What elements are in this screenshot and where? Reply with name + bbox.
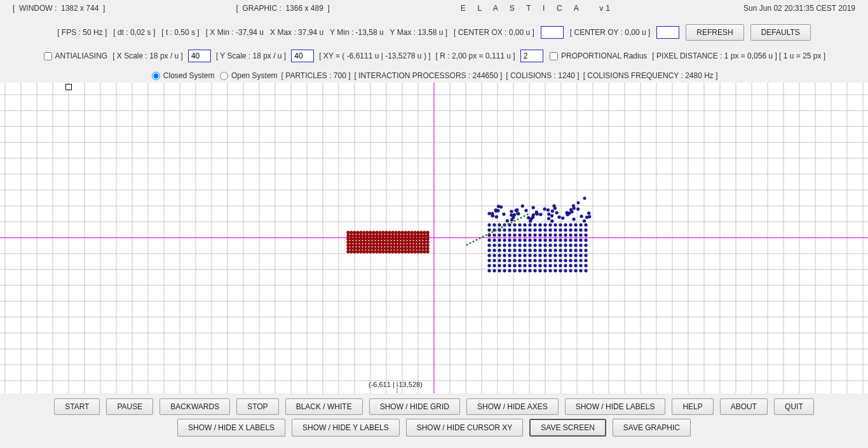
svg-point-367 [524, 234, 527, 237]
backwards-button[interactable]: BACKWARDS [159, 398, 230, 415]
svg-point-507 [524, 269, 527, 273]
savescreen-button[interactable]: SAVE SCREEN [529, 419, 606, 437]
svg-point-450 [539, 254, 542, 257]
svg-point-102 [423, 231, 426, 234]
svg-point-154 [423, 238, 426, 241]
svg-point-219 [382, 247, 385, 250]
proportional-checkbox[interactable] [550, 52, 558, 60]
open-radio[interactable] [220, 72, 228, 80]
svg-point-320 [488, 224, 491, 227]
svg-point-386 [519, 239, 522, 242]
simulation-canvas[interactable]: (-6,611 | -13,528) [0, 83, 868, 393]
svg-point-186 [360, 244, 363, 247]
svg-point-518 [580, 269, 583, 273]
svg-point-169 [388, 241, 391, 244]
svg-point-245 [382, 250, 385, 254]
grid-button[interactable]: SHOW / HIDE GRID [369, 398, 460, 415]
svg-point-389 [534, 239, 537, 242]
axes-button[interactable]: SHOW / HIDE AXES [466, 398, 559, 415]
r-input[interactable] [520, 50, 543, 62]
svg-point-111 [369, 234, 372, 238]
svg-point-139 [376, 238, 379, 241]
svg-point-397 [574, 239, 578, 242]
svg-point-420 [488, 249, 491, 252]
svg-point-244 [379, 250, 382, 254]
svg-point-298 [580, 215, 583, 218]
svg-point-351 [544, 229, 547, 232]
cursorxy-button[interactable]: SHOW / HIDE CURSOR XY [406, 419, 524, 437]
savegraphic-button[interactable]: SAVE GRAPHIC [613, 419, 691, 437]
svg-point-406 [519, 244, 522, 247]
svg-point-345 [513, 229, 517, 232]
svg-point-381 [493, 239, 496, 242]
svg-point-537 [514, 220, 516, 222]
svg-point-259 [426, 250, 430, 254]
quit-button[interactable]: QUIT [774, 398, 814, 415]
labels-button[interactable]: SHOW / HIDE LABELS [565, 398, 666, 415]
svg-point-409 [534, 244, 537, 247]
yscale-input[interactable] [291, 50, 314, 62]
svg-point-334 [559, 224, 562, 227]
ylabels-button[interactable]: SHOW / HIDE Y LABELS [292, 419, 400, 437]
centeroy-input[interactable] [656, 26, 679, 39]
svg-point-455 [564, 254, 567, 257]
svg-point-466 [519, 259, 522, 262]
svg-point-290 [536, 213, 539, 216]
svg-point-470 [539, 259, 542, 262]
xscale-input[interactable] [188, 50, 211, 62]
closed-radio[interactable] [152, 72, 160, 80]
graphic-dim-label: [ GRAPHIC : 1366 x 489 ] [236, 4, 329, 13]
svg-point-162 [366, 241, 369, 244]
svg-point-167 [382, 241, 385, 244]
svg-point-224 [398, 247, 401, 250]
svg-point-193 [382, 244, 385, 247]
open-radio-wrap[interactable]: Open System [219, 71, 278, 80]
svg-point-395 [564, 239, 567, 242]
svg-point-336 [569, 224, 573, 227]
svg-point-474 [559, 259, 562, 262]
svg-point-291 [546, 208, 550, 212]
svg-point-491 [544, 264, 547, 268]
start-button[interactable]: START [54, 398, 100, 415]
antialias-checkbox-wrap[interactable]: ANTIALIASING [43, 51, 107, 60]
about-button[interactable]: ABOUT [720, 398, 768, 415]
svg-point-348 [529, 229, 532, 232]
svg-point-333 [554, 224, 557, 227]
svg-point-81 [356, 231, 360, 234]
svg-point-361 [493, 234, 496, 237]
help-button[interactable]: HELP [672, 398, 713, 415]
svg-point-93 [395, 231, 398, 234]
stop-button[interactable]: STOP [236, 398, 278, 415]
antialias-checkbox[interactable] [44, 52, 52, 60]
svg-point-502 [498, 269, 501, 273]
svg-point-375 [564, 234, 567, 237]
svg-point-201 [407, 244, 410, 247]
svg-point-441 [493, 254, 496, 257]
xlabels-button[interactable]: SHOW / HIDE X LABELS [177, 419, 285, 437]
svg-point-223 [395, 247, 398, 250]
svg-point-435 [564, 249, 567, 252]
svg-point-380 [488, 239, 491, 242]
svg-point-413 [554, 244, 557, 247]
svg-point-442 [498, 254, 501, 257]
svg-point-531 [495, 229, 497, 231]
svg-point-468 [529, 259, 532, 262]
closed-radio-wrap[interactable]: Closed System [151, 71, 215, 80]
svg-point-159 [356, 241, 360, 244]
svg-point-417 [574, 244, 578, 247]
svg-point-292 [551, 210, 554, 213]
svg-point-411 [544, 244, 547, 247]
svg-point-257 [420, 250, 423, 254]
timestamp-label: Sun Jun 02 20:31:35 CEST 2019 [743, 4, 855, 13]
defaults-button[interactable]: DEFAULTS [750, 24, 811, 41]
svg-point-131 [350, 238, 353, 241]
proportional-checkbox-wrap[interactable]: PROPORTIONAL Radius [548, 51, 648, 60]
centerox-input[interactable] [541, 26, 564, 39]
closed-label: Closed System [163, 71, 215, 80]
blackwhite-button[interactable]: BLACK / WHITE [285, 398, 363, 415]
svg-point-78 [347, 231, 350, 234]
refresh-button[interactable]: REFRESH [686, 24, 743, 41]
pause-button[interactable]: PAUSE [106, 398, 153, 415]
svg-point-273 [553, 207, 557, 210]
svg-point-297 [571, 210, 574, 214]
